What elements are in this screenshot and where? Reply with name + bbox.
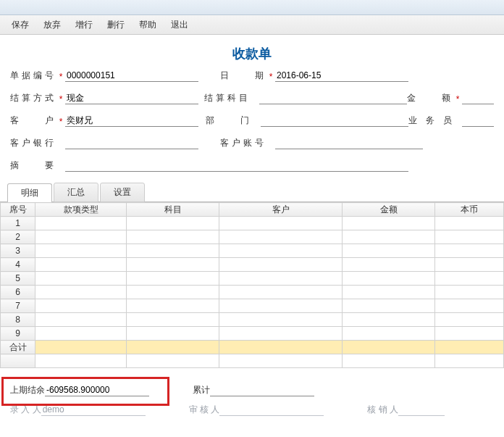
menu-save[interactable]: 保存 <box>4 15 36 34</box>
form-area: 单据编号 * 日 期 * 结算方式 * 结算科目 * 金 额 <box>0 70 504 172</box>
menu-addrow[interactable]: 增行 <box>68 15 100 34</box>
row-num: 5 <box>1 272 35 286</box>
spacer-star: * <box>253 117 259 127</box>
label-audit-person: 审 核 人 <box>189 404 220 416</box>
label-cancel-person: 核 销 人 <box>367 404 398 416</box>
table-row[interactable]: 6 <box>1 286 504 299</box>
table-row[interactable]: 5 <box>1 272 504 286</box>
table-row[interactable]: 4 <box>1 258 504 272</box>
label-date: 日 期 <box>220 70 266 82</box>
input-cust[interactable] <box>65 115 198 127</box>
label-bank: 客户银行 <box>10 137 56 149</box>
input-docno[interactable] <box>65 70 198 82</box>
required-star: * <box>268 72 274 82</box>
label-cumulative: 累计 <box>193 384 210 396</box>
label-cust: 客 户 <box>10 115 56 127</box>
page-title: 收款单 <box>0 35 504 70</box>
row-num: 1 <box>1 217 35 230</box>
input-acct[interactable] <box>275 137 423 149</box>
label-sales: 业 务 员 <box>408 115 453 127</box>
label-memo: 摘 要 <box>10 159 56 172</box>
row-num: 3 <box>1 244 35 258</box>
table-row[interactable]: 7 <box>1 299 504 313</box>
col-amount[interactable]: 金额 <box>343 203 435 217</box>
grid: 席号 款项类型 科目 客户 金额 本币 1 2 3 4 5 6 7 8 9 合计 <box>0 201 504 368</box>
input-sales[interactable] <box>462 115 494 127</box>
table-row[interactable]: 1 <box>1 217 504 230</box>
total-label: 合计 <box>1 341 35 354</box>
label-settle: 结算方式 <box>10 92 56 104</box>
input-prev-balance[interactable] <box>45 384 149 396</box>
required-star: * <box>455 94 461 104</box>
spacer-star: * <box>252 94 258 104</box>
spacer-star: * <box>268 139 274 149</box>
menu-discard[interactable]: 放弃 <box>36 15 68 34</box>
table-row[interactable]: 3 <box>1 244 504 258</box>
spacer-star: * <box>58 139 64 149</box>
label-acct: 客户账号 <box>220 137 266 149</box>
input-entry-person <box>41 404 146 416</box>
row-num: 2 <box>1 230 35 244</box>
label-docno: 单据编号 <box>10 70 56 82</box>
table-row[interactable] <box>1 354 504 368</box>
col-base[interactable]: 本币 <box>435 203 504 217</box>
row-num: 6 <box>1 286 35 299</box>
grid-table[interactable]: 席号 款项类型 科目 客户 金额 本币 1 2 3 4 5 6 7 8 9 合计 <box>0 202 504 368</box>
input-subject[interactable] <box>259 92 407 104</box>
spacer-star: * <box>58 162 64 172</box>
input-bank[interactable] <box>65 137 198 149</box>
window-titlebar <box>0 0 504 15</box>
col-cust[interactable]: 客户 <box>219 203 343 217</box>
required-star: * <box>58 117 64 127</box>
required-star: * <box>58 72 64 82</box>
tab-summary[interactable]: 汇总 <box>54 183 98 202</box>
input-memo[interactable] <box>65 159 408 172</box>
table-row[interactable]: 9 <box>1 327 504 341</box>
input-audit-person <box>219 404 324 416</box>
menu-delrow[interactable]: 删行 <box>100 15 132 34</box>
input-settle[interactable] <box>65 92 198 104</box>
label-amount: 金 额 <box>407 92 453 104</box>
row-num: 7 <box>1 299 35 313</box>
menubar: 保存 放弃 增行 删行 帮助 退出 <box>0 15 504 35</box>
input-dept[interactable] <box>261 115 408 127</box>
tab-detail[interactable]: 明细 <box>7 183 52 202</box>
spacer-star: * <box>455 117 461 127</box>
tabs: 明细 汇总 设置 <box>0 182 504 201</box>
tab-settings[interactable]: 设置 <box>100 183 145 202</box>
col-subject[interactable]: 科目 <box>127 203 219 217</box>
footer: 上期结余 累计 录 入 人 审 核 人 核 销 人 <box>0 384 504 423</box>
label-entry-person: 录 入 人 <box>10 404 41 416</box>
input-cumulative[interactable] <box>210 384 314 396</box>
input-cancel-person <box>398 404 445 416</box>
required-star: * <box>58 94 64 104</box>
menu-exit[interactable]: 退出 <box>164 15 196 34</box>
total-row: 合计 <box>1 341 504 354</box>
input-amount[interactable] <box>462 92 494 104</box>
col-paytype[interactable]: 款项类型 <box>35 203 127 217</box>
row-num: 4 <box>1 258 35 272</box>
table-row[interactable]: 8 <box>1 313 504 327</box>
col-seq[interactable]: 席号 <box>1 203 35 217</box>
row-num: 9 <box>1 327 35 341</box>
label-prev-balance: 上期结余 <box>10 384 45 396</box>
row-num: 8 <box>1 313 35 327</box>
label-dept: 部 门 <box>206 115 252 127</box>
input-date[interactable] <box>275 70 408 82</box>
table-row[interactable]: 2 <box>1 230 504 244</box>
menu-help[interactable]: 帮助 <box>132 15 164 34</box>
label-subject: 结算科目 <box>204 92 251 104</box>
